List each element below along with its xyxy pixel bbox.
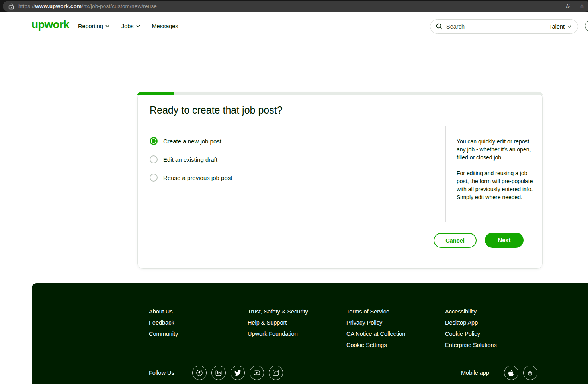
cancel-button[interactable]: Cancel — [434, 233, 477, 248]
next-button[interactable]: Next — [485, 233, 524, 248]
footer-link-ca-notice[interactable]: CA Notice at Collection — [346, 328, 405, 339]
progress-bar — [137, 92, 543, 95]
search-scope-dropdown[interactable]: Talent — [543, 20, 578, 33]
follow-us-label: Follow Us — [149, 370, 174, 376]
footer-link-cookie-policy[interactable]: Cookie Policy — [445, 328, 497, 339]
browser-toolbar: https://www.upwork.com/nx/job-post/custo… — [0, 0, 588, 12]
help-icon[interactable] — [585, 20, 588, 32]
mobile-app-row: Mobile app — [461, 366, 542, 380]
option-edit-existing-draft[interactable]: Edit an existing draft — [150, 150, 232, 168]
footer-column-1: About Us Feedback Community — [149, 306, 178, 339]
follow-us-row: Follow Us — [149, 366, 288, 380]
android-app-icon[interactable] — [523, 366, 537, 380]
nav-messages[interactable]: Messages — [152, 23, 178, 29]
option-create-new-job-post[interactable]: Create a new job post — [150, 132, 232, 150]
twitter-icon[interactable] — [231, 366, 245, 380]
footer-link-terms-of-service[interactable]: Terms of Service — [346, 306, 405, 317]
search-icon — [436, 23, 443, 30]
nav-jobs[interactable]: Jobs — [121, 23, 140, 29]
footer-link-help-support[interactable]: Help & Support — [248, 317, 308, 328]
footer-link-desktop-app[interactable]: Desktop App — [445, 317, 497, 328]
footer-link-about-us[interactable]: About Us — [149, 306, 178, 317]
option-reuse-previous-job-post[interactable]: Reuse a previous job post — [150, 168, 232, 187]
facebook-icon[interactable] — [192, 366, 207, 380]
job-post-options: Create a new job post Edit an existing d… — [150, 132, 232, 187]
page-title: Ready to create that job post? — [150, 104, 283, 116]
chevron-down-icon — [105, 25, 109, 27]
footer-link-upwork-foundation[interactable]: Upwork Foundation — [248, 328, 308, 339]
footer-link-feedback[interactable]: Feedback — [149, 317, 178, 328]
info-paragraph: For editing and reusing a job post, the … — [457, 169, 533, 201]
vertical-divider — [445, 126, 446, 222]
footer-column-2: Trust, Safety & Security Help & Support … — [248, 306, 308, 339]
footer-link-cookie-settings[interactable]: Cookie Settings — [346, 339, 405, 351]
linkedin-icon[interactable] — [211, 366, 226, 380]
chevron-down-icon — [136, 25, 140, 27]
favorites-star-icon[interactable]: ☆ — [579, 3, 585, 10]
footer-column-4: Accessibility Desktop App Cookie Policy … — [445, 306, 497, 351]
search-input[interactable]: Search — [430, 20, 543, 33]
youtube-icon[interactable] — [250, 366, 264, 380]
read-aloud-icon[interactable]: A) — [566, 3, 570, 10]
job-post-card: Ready to create that job post? Create a … — [137, 92, 543, 269]
lock-icon[interactable] — [8, 3, 14, 10]
global-search: Search Talent — [430, 19, 578, 34]
main-nav: Reporting Jobs Messages — [78, 12, 178, 40]
mobile-app-label: Mobile app — [461, 370, 489, 376]
footer-link-community[interactable]: Community — [149, 328, 178, 339]
radio-selected-icon[interactable] — [150, 137, 158, 145]
instagram-icon[interactable] — [269, 366, 283, 380]
progress-fill — [137, 92, 174, 95]
upwork-job-post-page: https://www.upwork.com/nx/job-post/custo… — [0, 0, 588, 384]
address-bar[interactable]: https://www.upwork.com/nx/job-post/custo… — [3, 1, 588, 12]
nav-reporting[interactable]: Reporting — [78, 23, 109, 29]
apple-app-icon[interactable] — [504, 366, 518, 380]
footer-link-accessibility[interactable]: Accessibility — [445, 306, 497, 317]
radio-unselected-icon[interactable] — [150, 155, 158, 163]
info-paragraph: You can quickly edit or repost any job -… — [457, 137, 533, 161]
footer-link-privacy-policy[interactable]: Privacy Policy — [346, 317, 405, 328]
footer-link-trust-safety-security[interactable]: Trust, Safety & Security — [248, 306, 308, 317]
upwork-logo[interactable]: upwork — [31, 19, 69, 30]
footer-link-enterprise-solutions[interactable]: Enterprise Solutions — [445, 339, 497, 351]
side-info-text: You can quickly edit or repost any job -… — [457, 137, 533, 201]
site-footer: About Us Feedback Community Trust, Safet… — [32, 283, 588, 384]
chevron-down-icon — [567, 25, 571, 28]
footer-column-3: Terms of Service Privacy Policy CA Notic… — [346, 306, 405, 351]
url-text: https://www.upwork.com/nx/job-post/custo… — [18, 3, 157, 9]
radio-unselected-icon[interactable] — [150, 174, 158, 182]
site-header: upwork Reporting Jobs Messages Search — [0, 12, 588, 40]
